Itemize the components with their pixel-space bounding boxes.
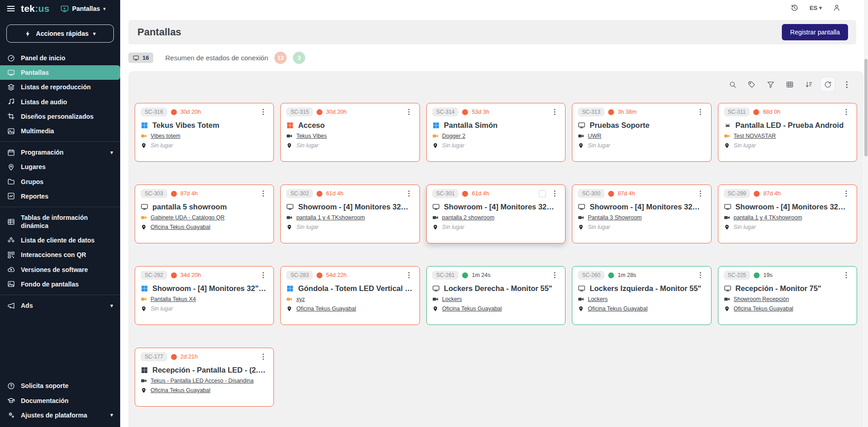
card-menu-button[interactable]: ⋮: [696, 190, 706, 197]
location-link[interactable]: Oficina Tekus Guayabal: [296, 306, 356, 312]
playlist-link[interactable]: pantalla 1 y 4 TKshowroom: [296, 214, 365, 221]
sidebar-item-pantallas[interactable]: Pantallas: [0, 65, 120, 80]
screen-card-sc-302[interactable]: SC-30261d 4h⋮Showroom - [4] Monitores 32…: [280, 184, 419, 243]
history-icon[interactable]: [790, 4, 799, 12]
screen-card-sc-292[interactable]: SC-29234d 20h⋮Showroom - [4] Monitores 3…: [135, 266, 274, 325]
app-selector[interactable]: Pantallas ▾: [60, 5, 106, 13]
user-icon[interactable]: [833, 4, 841, 12]
tag-button[interactable]: [744, 77, 759, 92]
sidebar-item-disenos-personalizados[interactable]: Diseños personalizados: [0, 109, 120, 124]
sidebar-item-versiones-de-software[interactable]: Versiones de software: [0, 262, 120, 277]
screen-card-sc-303[interactable]: SC-30387d 4h⋮pantalla 5 showroomGabinete…: [135, 184, 274, 243]
screen-card-sc-300[interactable]: SC-30087d 4h⋮Showroom - [4] Monitores 32…: [572, 184, 711, 243]
video-camera-icon: [286, 296, 293, 302]
menu-icon[interactable]: [6, 4, 15, 13]
refresh-button[interactable]: [820, 77, 835, 92]
card-menu-button[interactable]: ⋮: [841, 272, 851, 279]
sidebar-item-listas-de-reproduccion[interactable]: Listas de reproducción: [0, 80, 120, 94]
screen-card-sc-260[interactable]: SC-2601m 28s⋮Lockers Izquierda - Monitor…: [572, 266, 711, 325]
playlist-link[interactable]: Lockers: [442, 296, 462, 302]
quick-actions-button[interactable]: Acciones rápidas ▾: [6, 24, 114, 43]
playlist-link[interactable]: Gabinete UDA - Catálogo QR: [151, 214, 224, 221]
sidebar-item-listas-de-audio[interactable]: Listas de audio: [0, 95, 120, 109]
sidebar-item-label: Fondo de pantallas: [21, 280, 113, 288]
location-link[interactable]: Oficina Tekus Guayabal: [588, 306, 648, 312]
card-menu-button[interactable]: ⋮: [258, 108, 268, 116]
screen-card-sc-314[interactable]: SC-31453d 3h⋮Pantalla SimónDogger 2Sin l…: [426, 103, 566, 162]
playlist-link[interactable]: Pantalla 3 Showroom: [588, 214, 642, 221]
sidebar-item-fondo-de-pantallas[interactable]: Fondo de pantallas: [0, 277, 120, 291]
location-link[interactable]: Oficina Tekus Guayabal: [151, 387, 210, 393]
card-header: SC-1772d 21h⋮: [141, 352, 268, 361]
language-selector[interactable]: ES ▾: [809, 5, 822, 11]
location-pin-icon: [578, 306, 584, 312]
card-menu-button[interactable]: ⋮: [696, 108, 706, 116]
screen-card-sc-283[interactable]: SC-28354d 22h⋮Góndola - Totem LED Vertic…: [280, 266, 419, 325]
scrollbar[interactable]: [864, 0, 868, 427]
playlist-link[interactable]: Dogger 2: [442, 133, 465, 139]
card-menu-button[interactable]: ⋮: [258, 190, 268, 197]
register-screen-button[interactable]: Registrar pantalla: [782, 24, 848, 40]
card-menu-button[interactable]: ⋮: [258, 272, 268, 279]
playlist-link[interactable]: xyz: [296, 296, 305, 302]
sidebar-item-panel-de-inicio[interactable]: Panel de inicio: [0, 51, 120, 65]
scrollbar-thumb[interactable]: [864, 59, 868, 156]
sidebar-item-documentacion[interactable]: Documentación: [0, 393, 120, 408]
card-menu-button[interactable]: ⋮: [696, 272, 706, 279]
sidebar-divider: [0, 141, 120, 142]
screen-card-sc-313[interactable]: SC-3133h 38m⋮Pruebas SoporteUWRSin lugar: [572, 103, 711, 162]
sidebar-item-interacciones-con-qr[interactable]: Interacciones con QR: [0, 247, 120, 262]
card-header: SC-29987d 4h⋮: [724, 189, 851, 198]
screen-card-sc-316[interactable]: SC-31630d 20h⋮Tekus Vibes TotemVibes tot…: [135, 103, 274, 162]
sidebar-item-programacion[interactable]: Programación▾: [0, 145, 120, 160]
card-menu-button[interactable]: ⋮: [841, 190, 851, 197]
playlist-link[interactable]: pantalla 1 y 4 TKshowroom: [734, 214, 802, 221]
playlist-link[interactable]: Lockers: [588, 296, 608, 302]
card-checkbox[interactable]: [539, 190, 546, 197]
location-link[interactable]: Oficina Tekus Guayabal: [151, 224, 210, 230]
sort-button[interactable]: [801, 77, 816, 92]
card-menu-button[interactable]: ⋮: [404, 108, 414, 116]
search-button[interactable]: [725, 77, 740, 92]
playlist-link[interactable]: Tekus Vibes: [296, 133, 327, 139]
screen-title: Lockers Derecha - Monitor 55": [444, 284, 552, 293]
playlist-row: Lockers: [432, 296, 560, 302]
grid-button[interactable]: [782, 77, 797, 92]
card-menu-button[interactable]: ⋮: [841, 108, 851, 116]
screen-card-sc-261[interactable]: SC-2611m 24s⋮Lockers Derecha - Monitor 5…: [426, 266, 566, 325]
playlist-link[interactable]: Pantalla Tekus X4: [151, 296, 196, 302]
playlist-link[interactable]: pantalla 2 showroom: [442, 214, 494, 221]
screen-card-sc-177[interactable]: SC-1772d 21h⋮Recepción - Pantalla LED - …: [135, 348, 274, 407]
playlist-link[interactable]: UWR: [588, 133, 601, 139]
screen-card-sc-301[interactable]: SC-30161d 4h⋮Showroom - [4] Monitores 32…: [426, 184, 566, 243]
card-menu-button[interactable]: ⋮: [550, 108, 560, 116]
sidebar-item-solicita-soporte[interactable]: Solicita soporte: [0, 378, 120, 393]
playlist-link[interactable]: Test NOVASTAR: [734, 133, 776, 139]
card-menu-button[interactable]: ⋮: [404, 272, 414, 279]
card-menu-button[interactable]: ⋮: [550, 190, 560, 197]
screen-card-sc-225[interactable]: SC-22519s⋮Recepción - Monitor 75"Showroo…: [718, 266, 857, 325]
screen-card-sc-315[interactable]: SC-31530d 20h⋮AccesoTekus VibesSin lugar: [280, 103, 419, 162]
sidebar-item-lugares[interactable]: Lugares: [0, 160, 120, 174]
screen-card-sc-311[interactable]: SC-31168d 0h⋮Pantalla LED - Prueba Andro…: [718, 103, 857, 162]
playlist-link[interactable]: Vibes totem: [151, 133, 180, 139]
sidebar-item-reportes[interactable]: Reportes: [0, 189, 120, 204]
card-menu-button[interactable]: ⋮: [404, 190, 414, 197]
sidebar-item-label: Diseños personalizados: [21, 112, 113, 121]
playlist-link[interactable]: Tekus - Pantalla LED Acceso - Disandina: [151, 378, 254, 384]
sidebar-item-multimedia[interactable]: Multimedia: [0, 124, 120, 138]
location-link[interactable]: Oficina Tekus Guayabal: [442, 306, 502, 312]
sidebar-item-grupos[interactable]: Grupos: [0, 175, 120, 189]
card-menu-button[interactable]: ⋮: [550, 272, 560, 279]
card-menu-button[interactable]: ⋮: [258, 353, 268, 360]
funnel-button[interactable]: [763, 77, 778, 92]
location-link[interactable]: Oficina Tekus Guayabal: [734, 306, 794, 312]
screen-card-sc-299[interactable]: SC-29987d 4h⋮Showroom - [4] Monitores 32…: [718, 184, 857, 243]
playlist-link[interactable]: Showroom Recepción: [734, 296, 789, 302]
sidebar-item-ajustes-de-plataforma[interactable]: Ajustes de plataforma▾: [0, 408, 120, 422]
uptime-label: 53d 3h: [472, 109, 489, 115]
sidebar-item-lista-de-cliente-de-datos[interactable]: Lista de cliente de datos: [0, 233, 120, 247]
sidebar-item-tablas-de-informacion-dinamica[interactable]: Tablas de información dinámica: [0, 210, 120, 233]
kebab-button[interactable]: ⋮: [839, 77, 854, 92]
sidebar-item-ads[interactable]: Ads▾: [0, 298, 120, 313]
